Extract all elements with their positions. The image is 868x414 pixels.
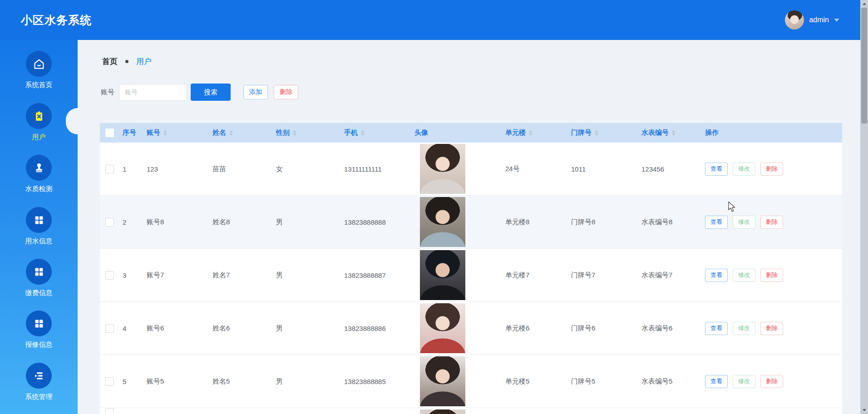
search-field-label: 账号: [101, 88, 114, 97]
top-header-bar: 小区水务系统 admin: [0, 0, 860, 40]
view-button[interactable]: 查看: [705, 216, 728, 229]
sort-caret-icon[interactable]: [595, 130, 598, 136]
edit-button[interactable]: 修改: [733, 269, 755, 282]
search-toolbar: 账号 搜索 添加 删除: [101, 84, 298, 101]
batch-delete-button[interactable]: 删除: [274, 85, 298, 99]
cell-phone: 13823888887: [340, 271, 411, 279]
row-checkbox[interactable]: [105, 324, 114, 333]
column-header-gender[interactable]: 性别: [272, 128, 340, 137]
scrollbar-thumb[interactable]: [861, 8, 867, 123]
select-all-checkbox[interactable]: [105, 128, 114, 137]
row-checkbox[interactable]: [105, 377, 114, 386]
view-button[interactable]: 查看: [705, 322, 728, 335]
sort-caret-icon[interactable]: [361, 130, 365, 136]
edit-button[interactable]: 修改: [733, 375, 755, 388]
chevron-down-icon[interactable]: [834, 19, 839, 22]
sort-caret-icon[interactable]: [293, 130, 296, 136]
cell-index: 4: [119, 325, 143, 332]
sidebar-item-repair[interactable]: 报修信息: [0, 310, 78, 349]
app-title: 小区水务系统: [21, 13, 92, 28]
search-button[interactable]: 搜索: [191, 84, 231, 101]
cell-meter: 水表编号5: [638, 377, 701, 386]
cell-door: 1011: [567, 165, 638, 173]
sidebar-item-home[interactable]: 系统首页: [0, 51, 78, 89]
edit-button[interactable]: 修改: [733, 216, 755, 229]
edit-button[interactable]: 修改: [733, 322, 755, 335]
stamp-icon: [26, 155, 52, 181]
table-header-row: 序号账号姓名性别手机头像单元楼门牌号水表编号操作: [100, 123, 842, 143]
cell-name: 姓名6: [209, 324, 272, 333]
sidebar-item-water-quality[interactable]: 水质检测: [0, 155, 78, 193]
column-header-door[interactable]: 门牌号: [567, 128, 638, 137]
column-header-phone[interactable]: 手机: [340, 128, 411, 137]
cell-avatar: [411, 250, 502, 300]
delete-button[interactable]: 删除: [760, 269, 783, 282]
delete-button[interactable]: 删除: [760, 375, 783, 388]
checkbox-cell: [100, 271, 119, 280]
delete-button[interactable]: 删除: [760, 322, 783, 335]
vertical-scrollbar[interactable]: [860, 0, 868, 414]
delete-button[interactable]: 删除: [760, 163, 783, 176]
cell-phone: 13111111111: [340, 165, 411, 173]
scrollbar-up-button[interactable]: [860, 0, 868, 8]
row-checkbox[interactable]: [105, 165, 114, 173]
cell-actions: 查看修改删除: [701, 216, 842, 229]
cell-gender: 男: [272, 218, 340, 227]
edit-button[interactable]: 修改: [733, 163, 755, 176]
table-row: 1123苗苗女1311111111124号1011123456查看修改删除: [100, 143, 842, 196]
user-card-icon: [26, 103, 52, 129]
add-button[interactable]: 添加: [243, 85, 268, 99]
table-row: 3账号7姓名7男13823888887单元楼7门牌号7水表编号7查看修改删除: [100, 249, 842, 302]
column-header-name[interactable]: 姓名: [209, 128, 272, 137]
scrollbar-down-button[interactable]: [860, 406, 868, 414]
avatar-photo: [420, 409, 465, 414]
username: admin: [809, 16, 829, 24]
row-checkbox[interactable]: [105, 218, 114, 227]
sidebar-item-label: 水质检测: [25, 185, 53, 193]
cell-account: 账号5: [143, 377, 209, 386]
column-header-account[interactable]: 账号: [143, 128, 209, 137]
cell-index: 5: [119, 378, 143, 385]
view-button[interactable]: 查看: [705, 269, 728, 282]
row-checkbox[interactable]: [105, 271, 114, 280]
cell-name: 姓名5: [209, 377, 272, 386]
sort-caret-icon[interactable]: [672, 130, 676, 136]
view-button[interactable]: 查看: [705, 163, 728, 176]
cell-building: 单元楼5: [502, 377, 567, 386]
table-body: 1123苗苗女1311111111124号1011123456查看修改删除2账号…: [100, 143, 842, 414]
column-header-building[interactable]: 单元楼: [502, 128, 567, 137]
account-search-input[interactable]: [119, 84, 187, 101]
sidebar-item-system-admin[interactable]: 系统管理: [0, 363, 78, 401]
cell-door: 门牌号5: [567, 377, 638, 386]
table-row: 5账号5姓名5男13823888885单元楼5门牌号5水表编号5查看修改删除: [100, 355, 842, 408]
cell-meter: 123456: [638, 165, 701, 173]
cell-phone: 13823888886: [340, 325, 411, 332]
cell-index: 3: [119, 271, 143, 279]
cell-avatar: [411, 144, 502, 194]
sidebar-item-water-usage[interactable]: 用水信息: [0, 207, 78, 246]
column-header-avatar: 头像: [411, 128, 502, 137]
select-all-cell: [100, 128, 119, 137]
sort-caret-icon[interactable]: [529, 130, 533, 136]
cell-gender: 女: [272, 165, 340, 173]
delete-button[interactable]: 删除: [760, 216, 783, 229]
cell-meter: 水表编号7: [638, 271, 701, 280]
user-menu[interactable]: admin: [785, 10, 839, 30]
view-button[interactable]: 查看: [705, 375, 728, 388]
breadcrumb-home[interactable]: 首页: [102, 56, 118, 67]
sort-caret-icon[interactable]: [229, 130, 233, 136]
main-content: 首页 用户 账号 搜索 添加 删除 序号账号姓名性别手机头像单元楼门牌号水表编号…: [78, 40, 860, 414]
row-checkbox[interactable]: [105, 408, 114, 414]
sort-caret-icon[interactable]: [163, 130, 167, 136]
avatar-photo: [420, 356, 465, 406]
column-header-meter[interactable]: 水表编号: [638, 128, 701, 137]
cell-actions: 查看修改删除: [701, 269, 842, 282]
cell-meter: 水表编号8: [638, 218, 701, 227]
cell-gender: 男: [272, 377, 340, 386]
cell-account: 账号6: [143, 324, 209, 333]
user-avatar[interactable]: [785, 10, 804, 30]
grid-icon: [26, 310, 52, 336]
sidebar-item-payment[interactable]: 缴费信息: [0, 259, 78, 297]
cell-avatar: [411, 408, 502, 414]
table-row: [100, 408, 842, 414]
